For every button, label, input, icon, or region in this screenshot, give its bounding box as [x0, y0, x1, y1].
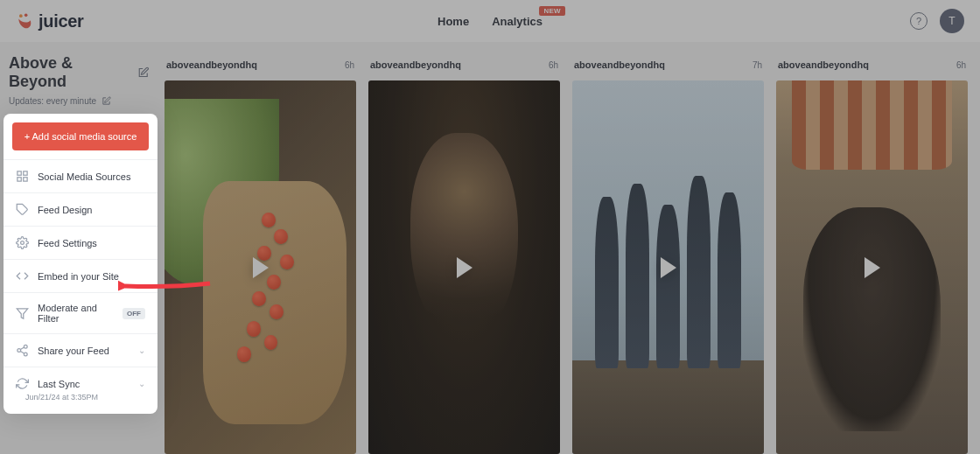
chevron-down-icon: ⌄	[138, 346, 145, 355]
svg-line-13	[20, 347, 24, 349]
post-time: 7h	[752, 60, 762, 70]
grid-icon	[16, 170, 29, 183]
post-username: aboveandbeyondhq	[574, 59, 665, 70]
post-username: aboveandbeyondhq	[370, 59, 461, 70]
logo-icon	[16, 12, 33, 30]
app-header: juicer Home Analytics NEW ? T	[0, 0, 980, 42]
svg-marker-8	[17, 308, 28, 318]
menu-last-sync[interactable]: Last Sync ⌄	[4, 367, 158, 400]
chevron-down-icon: ⌄	[138, 379, 145, 388]
menu-label: Moderate and Filter	[38, 303, 114, 324]
svg-point-1	[24, 14, 28, 17]
menu-label: Embed in your Site	[38, 271, 119, 282]
nav-home[interactable]: Home	[438, 15, 469, 28]
code-icon	[16, 269, 29, 283]
refresh-icon	[16, 377, 29, 390]
post-media[interactable]	[368, 80, 560, 454]
svg-point-9	[24, 345, 27, 348]
feed-grid: aboveandbeyondhq 6h aboveandbeyondhq 6h	[158, 42, 980, 454]
menu-label: Last Sync	[38, 379, 80, 389]
svg-rect-3	[24, 171, 27, 175]
feed-title: Above & Beyond	[9, 54, 130, 91]
svg-point-10	[18, 349, 21, 353]
feed-title-row: Above & Beyond	[9, 54, 149, 91]
edit-icon[interactable]	[137, 66, 149, 79]
svg-rect-5	[24, 178, 27, 181]
header-right: ? T	[910, 9, 964, 33]
play-icon	[253, 257, 269, 278]
menu-label: Feed Design	[38, 205, 92, 215]
post-media[interactable]	[572, 80, 764, 454]
moderate-off-badge: OFF	[122, 308, 145, 319]
svg-point-0	[19, 14, 23, 17]
nav-center: Home Analytics NEW	[438, 15, 542, 28]
post-username: aboveandbeyondhq	[778, 59, 869, 70]
nav-analytics-label: Analytics	[492, 15, 542, 28]
menu-feed-settings[interactable]: Feed Settings	[4, 226, 158, 259]
play-icon	[661, 257, 676, 278]
post-username: aboveandbeyondhq	[166, 59, 257, 70]
logo[interactable]: juicer	[16, 11, 84, 31]
menu-feed-design[interactable]: Feed Design	[4, 192, 158, 226]
svg-point-7	[21, 241, 24, 245]
play-icon	[457, 257, 472, 278]
menu-share[interactable]: Share your Feed ⌄	[4, 333, 158, 367]
svg-line-12	[20, 351, 24, 353]
gear-icon	[16, 236, 29, 249]
feed-card[interactable]: aboveandbeyondhq 6h	[776, 54, 968, 454]
post-media[interactable]	[776, 80, 968, 454]
post-time: 6h	[345, 60, 354, 70]
menu-label: Feed Settings	[38, 238, 97, 248]
avatar[interactable]: T	[940, 9, 964, 33]
updates-label: Updates: every minute	[9, 96, 96, 106]
new-badge: NEW	[539, 6, 565, 16]
post-time: 6h	[956, 60, 966, 70]
tag-icon	[16, 203, 29, 216]
menu-social-sources[interactable]: Social Media Sources	[4, 159, 158, 192]
svg-rect-4	[18, 178, 21, 181]
menu-moderate[interactable]: Moderate and Filter OFF	[4, 292, 158, 333]
updates-row: Updates: every minute	[9, 96, 149, 106]
post-media[interactable]	[164, 80, 356, 454]
menu-embed[interactable]: Embed in your Site	[4, 259, 158, 292]
svg-point-11	[24, 353, 27, 356]
nav-analytics[interactable]: Analytics NEW	[492, 15, 542, 28]
edit-updates-icon[interactable]	[102, 96, 111, 106]
filter-icon	[16, 307, 29, 320]
menu-label: Share your Feed	[38, 346, 109, 356]
svg-rect-2	[18, 171, 21, 175]
add-source-button[interactable]: + Add social media source	[12, 122, 149, 150]
post-time: 6h	[549, 60, 558, 70]
play-icon	[864, 257, 880, 278]
feed-card[interactable]: aboveandbeyondhq 6h	[368, 54, 560, 454]
logo-text: juicer	[38, 11, 84, 31]
feed-card[interactable]: aboveandbeyondhq 6h	[164, 54, 356, 454]
feed-card[interactable]: aboveandbeyondhq 7h	[572, 54, 764, 454]
menu-label: Social Media Sources	[38, 171, 130, 182]
help-icon[interactable]: ?	[910, 12, 928, 30]
share-icon	[16, 344, 29, 357]
sidebar-menu-panel: + Add social media source Social Media S…	[4, 114, 158, 414]
